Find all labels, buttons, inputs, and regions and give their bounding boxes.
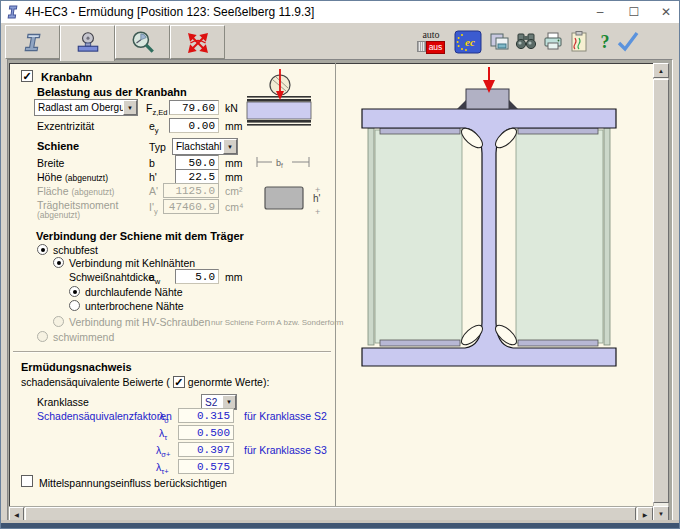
i-symbol: I'y xyxy=(149,201,158,216)
kehlnaehte-radio[interactable] xyxy=(53,257,64,268)
fz-symbol: Fz,Ed xyxy=(146,102,167,117)
h-symbol: h' xyxy=(149,171,157,183)
schwimmend-radio[interactable] xyxy=(37,331,48,342)
schubfest-label: schubfest xyxy=(53,244,98,256)
toolbar: auto aus ec xyxy=(1,23,679,61)
mittelspannung-label: Mittelspannungseinfluss berücksichtigen xyxy=(39,477,227,489)
question-mark-icon: ? xyxy=(601,32,610,53)
aw-symbol: aw xyxy=(149,271,160,286)
lambda-sigma-plus-note: für Kranklasse S3 xyxy=(244,444,327,456)
durchlaufend-radio[interactable] xyxy=(69,286,80,297)
unterbrochen-label: unterbrochene Nähte xyxy=(85,300,184,312)
verbindung-header: Verbindung der Schiene mit dem Träger xyxy=(36,230,244,242)
unterbrochen-radio[interactable] xyxy=(69,300,80,311)
ermuedung-header: Ermüdungsnachweis xyxy=(21,361,132,373)
traegheit-suffix: (abgenutzt) xyxy=(37,210,80,220)
hoehe-input[interactable]: 22.5 xyxy=(175,169,219,184)
scroll-up-icon[interactable]: ▲ xyxy=(653,63,669,78)
tab-stress-directions[interactable] xyxy=(170,25,225,59)
hoehe-label: Höhe (abgenutzt) xyxy=(37,171,108,183)
ey-input[interactable]: 0.00 xyxy=(169,118,219,133)
fz-input[interactable]: 79.60 xyxy=(169,100,219,115)
lambda-sigma-plus-value: 0.397 xyxy=(178,442,234,457)
kranklasse-label: Kranklasse xyxy=(37,396,89,408)
ec-button[interactable]: ec xyxy=(453,27,483,57)
schweissnaht-label: Schweißnahtdicke xyxy=(69,271,154,283)
maximize-button[interactable]: ☐ xyxy=(619,1,649,23)
ey-symbol: ey xyxy=(149,120,159,135)
schiene-header: Schiene xyxy=(37,140,79,152)
magnifier-icon xyxy=(130,30,156,56)
chevron-down-icon: ▼ xyxy=(223,139,237,154)
lambda-sigma-value: 0.315 xyxy=(178,408,234,423)
svg-text:ec: ec xyxy=(465,36,475,48)
lambda-sigma-symbol: λσ xyxy=(159,410,169,425)
printer-icon xyxy=(541,30,565,54)
section-divider xyxy=(13,351,331,353)
notes-button[interactable] xyxy=(566,27,592,57)
clipboard-icon xyxy=(567,30,591,54)
export-button[interactable] xyxy=(487,27,513,57)
hv-schrauben-radio[interactable] xyxy=(53,316,64,327)
schubfest-radio[interactable] xyxy=(37,244,48,255)
scroll-down-icon[interactable]: ▼ xyxy=(653,506,669,521)
flaeche-output: 1125.0 xyxy=(163,183,219,198)
b-symbol: b xyxy=(149,157,155,169)
schiene-typ-dropdown[interactable]: Flachstahl ▼ xyxy=(172,138,238,155)
copy-pages-icon xyxy=(488,30,512,54)
schweissnaht-input[interactable]: 5.0 xyxy=(175,269,219,284)
checkmark-icon xyxy=(615,30,641,54)
tab-crane-load[interactable] xyxy=(60,25,115,61)
help-button[interactable]: ? xyxy=(595,27,615,57)
chevron-down-icon: ▼ xyxy=(123,100,137,115)
ibeam-profile-icon xyxy=(20,30,46,56)
confirm-button[interactable] xyxy=(613,27,643,57)
schwimmend-label: schwimmend xyxy=(53,331,114,343)
stripe-box-icon xyxy=(417,41,426,52)
svg-text:bf: bf xyxy=(276,158,283,169)
search-button[interactable] xyxy=(513,27,539,57)
close-button[interactable]: ✕ xyxy=(651,1,680,23)
traegheit-unit: cm⁴ xyxy=(225,201,244,213)
schweissnaht-unit: mm xyxy=(225,271,243,283)
app-icon xyxy=(6,4,22,20)
svg-text:h': h' xyxy=(313,193,321,204)
hv-schrauben-label: Verbindung mit HV-Schrauben xyxy=(69,316,210,328)
breite-unit: mm xyxy=(225,157,243,169)
fz-unit: kN xyxy=(225,102,238,114)
crane-wheel-icon xyxy=(75,30,101,56)
print-button[interactable] xyxy=(540,27,566,57)
lambda-tau-plus-symbol: λτ+ xyxy=(156,461,169,476)
app-window: 4H-EC3 - Ermüdung [Position 123: Seeßelb… xyxy=(0,0,680,529)
beiwerte-prefix: schadensäquivalente Beiwerte ( xyxy=(21,376,170,388)
typ-label: Typ xyxy=(149,141,166,153)
chevron-down-icon: ▼ xyxy=(222,395,236,409)
kranbahn-checkbox[interactable]: ✓ xyxy=(21,70,33,82)
flaeche-unit: cm² xyxy=(225,185,243,197)
ey-unit: mm xyxy=(225,120,243,132)
red-arrows-icon xyxy=(185,30,211,56)
title-bar: 4H-EC3 - Ermüdung [Position 123: Seeßelb… xyxy=(1,1,679,23)
svg-text:+: + xyxy=(315,207,320,217)
lambda-tau-value: 0.500 xyxy=(178,425,234,440)
beiwerte-row: schadensäquivalente Beiwerte ( ✓ genormt… xyxy=(21,376,269,388)
genormte-werte-checkbox[interactable]: ✓ xyxy=(173,376,185,388)
tab-results[interactable] xyxy=(115,25,170,59)
radlast-dropdown[interactable]: Radlast am Obergurt ▼ xyxy=(34,99,138,116)
mittelspannung-checkbox[interactable] xyxy=(21,475,33,487)
hv-note: nur Schiene Form A bzw. Sonderform xyxy=(211,318,344,327)
window-frame-edge xyxy=(1,523,679,528)
minimize-button[interactable]: – xyxy=(585,1,615,23)
durchlaufend-label: durchlaufende Nähte xyxy=(85,286,183,298)
auto-aus-toggle[interactable]: auto aus xyxy=(415,27,447,57)
breite-label: Breite xyxy=(37,157,64,169)
lambda-sigma-note: für Kranklasse S2 xyxy=(244,410,327,422)
vertical-scroll-thumb[interactable] xyxy=(653,79,669,503)
tab-profile[interactable] xyxy=(5,25,60,59)
breite-input[interactable]: 50.0 xyxy=(175,155,219,170)
lambda-tau-symbol: λτ xyxy=(159,427,167,442)
window-title: 4H-EC3 - Ermüdung [Position 123: Seeßelb… xyxy=(25,5,314,19)
binoculars-icon xyxy=(514,30,538,54)
girder-cross-section-drawing xyxy=(336,63,653,506)
a-symbol: A' xyxy=(149,185,158,197)
